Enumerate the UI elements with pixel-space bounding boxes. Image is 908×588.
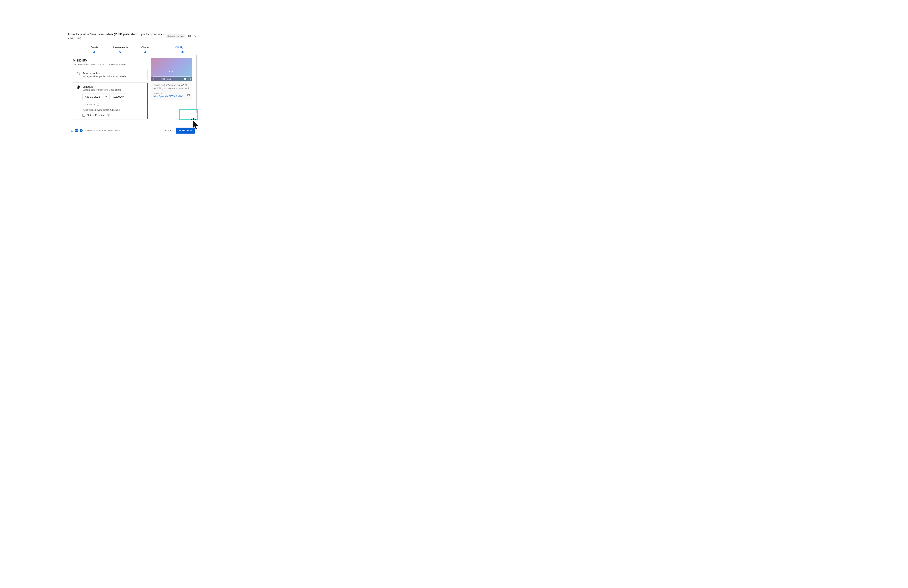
date-picker[interactable]: Aug 31, 2022 — [82, 93, 109, 100]
dialog-header: How to post a YouTube video (& 10 publis… — [68, 31, 197, 43]
step-video-elements[interactable]: Video elements — [107, 46, 133, 54]
preview-video-title: How to post a YouTube video (& 10 publis… — [153, 84, 190, 90]
dialog-title: How to post a YouTube video (& 10 publis… — [68, 32, 166, 40]
option-heading: Save or publish — [82, 72, 126, 75]
option-heading: Schedule — [82, 85, 121, 88]
svg-rect-0 — [188, 94, 190, 96]
schedule-option[interactable]: Schedule Select a date to make your vide… — [73, 83, 148, 119]
private-before-publish-note: Video will be private before publishing — [82, 109, 144, 111]
step-label: Details — [82, 46, 107, 51]
date-value: Aug 31, 2022 — [85, 95, 100, 98]
upload-dialog: How to post a YouTube video (& 10 publis… — [68, 31, 197, 136]
step-label: Video elements — [107, 46, 133, 51]
video-link[interactable]: https://youtu.be/IIiWMSnz3uE — [153, 95, 185, 98]
step-checks[interactable]: Checks — [132, 46, 158, 54]
dialog-content: Visibility Choose when to publish and wh… — [68, 55, 197, 122]
time-input[interactable]: 12:00 AM — [111, 93, 126, 100]
section-subtitle: Choose when to publish and who can see y… — [73, 63, 148, 66]
set-premiere-row: Set as Premiere ? — [82, 114, 144, 117]
step-label: Checks — [132, 46, 158, 51]
premiere-label: Set as Premiere — [87, 114, 105, 117]
stepper: Details Video elements Checks Visibility — [68, 43, 197, 55]
video-link-label: Video link — [153, 92, 185, 95]
step-label: Visibility — [158, 46, 184, 51]
progress-bar[interactable] — [153, 76, 191, 77]
play-icon[interactable] — [153, 78, 155, 80]
radio-schedule[interactable] — [77, 85, 80, 89]
visibility-panel: Visibility Choose when to publish and wh… — [73, 58, 148, 122]
section-title: Visibility — [73, 58, 148, 63]
premiere-checkbox[interactable] — [82, 114, 85, 117]
footer-status-icons: HD — [70, 129, 83, 132]
back-button[interactable]: BACK — [163, 128, 174, 133]
hd-badge-icon: HD — [75, 129, 78, 132]
timezone-row[interactable]: TIME ZONE ? — [82, 103, 144, 106]
step-visibility[interactable]: Visibility — [158, 46, 184, 54]
loading-dots-icon — [169, 71, 174, 72]
time-value: 12:00 AM — [113, 95, 124, 98]
fullscreen-icon[interactable] — [188, 78, 191, 80]
volume-icon[interactable] — [157, 78, 159, 80]
gear-icon[interactable] — [184, 78, 187, 80]
option-description: Select a date to make your video public — [82, 88, 121, 91]
feedback-icon[interactable] — [188, 35, 191, 38]
scrollbar[interactable] — [196, 55, 197, 113]
upload-icon — [70, 129, 73, 132]
dialog-footer: HD Checks complete. No issues found. BAC… — [68, 125, 197, 136]
close-icon[interactable] — [194, 35, 197, 38]
check-complete-icon — [80, 129, 83, 132]
chevron-down-icon — [105, 96, 107, 97]
step-check-icon — [144, 51, 147, 54]
step-check-icon — [93, 51, 96, 54]
step-open-icon — [119, 51, 121, 53]
saved-status-chip: Saved as private — [166, 34, 185, 38]
step-active-icon — [182, 51, 184, 53]
video-thumbnail[interactable]: ✦ 0:00 / 0:11 — [151, 58, 192, 81]
timezone-label: TIME ZONE — [82, 103, 95, 106]
loading-spinner-icon: ✦ — [171, 66, 172, 68]
step-details[interactable]: Details — [82, 46, 107, 54]
help-icon[interactable]: ? — [107, 114, 110, 117]
option-description: Make your video public, unlisted, or pri… — [82, 75, 126, 78]
radio-save-publish[interactable] — [77, 72, 80, 76]
video-preview-card: ✦ 0:00 / 0:11 How to post a YouTube vide… — [151, 58, 192, 100]
schedule-button[interactable]: SCHEDULE — [176, 128, 195, 133]
copy-icon[interactable] — [187, 93, 190, 96]
save-or-publish-option[interactable]: Save or publish Make your video public, … — [73, 69, 148, 80]
help-icon[interactable]: ? — [97, 103, 99, 106]
video-time-text: 0:00 / 0:11 — [161, 78, 182, 80]
video-controls: 0:00 / 0:11 — [151, 77, 192, 81]
footer-status-text: Checks complete. No issues found. — [85, 129, 161, 132]
